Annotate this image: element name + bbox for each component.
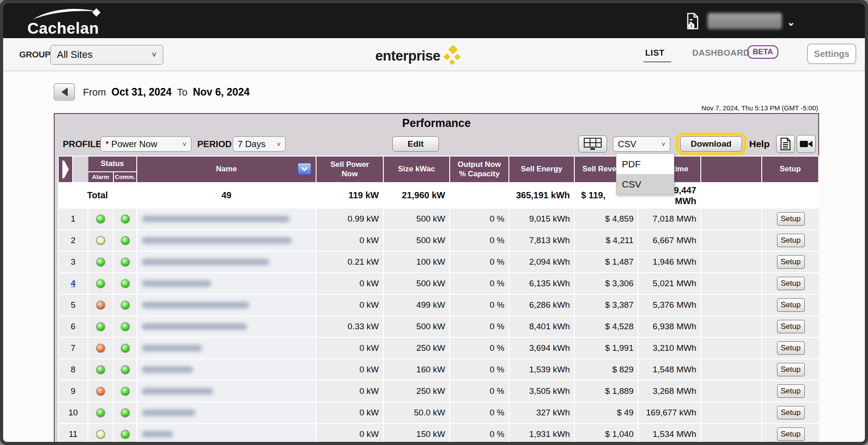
site-name-cell[interactable] — [137, 209, 316, 229]
group-label: GROUP: — [19, 50, 53, 60]
row-number-cell[interactable]: 11 — [59, 424, 87, 442]
row-number[interactable]: 9 — [71, 386, 76, 396]
table-header-arrow-cell[interactable] — [59, 157, 72, 182]
row-number[interactable]: 6 — [71, 322, 76, 332]
output-cell: 0 % — [450, 295, 508, 315]
alarm-light — [96, 257, 105, 267]
sell-energy-cell: 8,401 kWh — [509, 316, 574, 337]
tab-dashboard[interactable]: DASHBOARD — [692, 48, 750, 58]
row-number[interactable]: 1 — [71, 214, 76, 224]
row-number[interactable]: 8 — [71, 365, 76, 375]
row-number-cell[interactable]: 2 — [59, 230, 87, 251]
report-info-icon[interactable]: i — [685, 12, 700, 30]
size-cell: 500 kW — [384, 316, 449, 337]
alarm-light — [96, 236, 105, 245]
date-range: From Oct 31, 2024 To Nov 6, 2024 — [83, 86, 250, 98]
menu-item-pdf[interactable]: PDF — [616, 154, 674, 174]
setup-cell: Setup — [762, 359, 819, 380]
comm-status-cell — [114, 209, 136, 229]
setup-button[interactable]: Setup — [777, 406, 805, 419]
setup-button[interactable]: Setup — [777, 255, 805, 269]
row-number[interactable]: 10 — [68, 408, 78, 418]
row-number-cell[interactable]: 10 — [59, 402, 87, 423]
empty-cell — [701, 402, 761, 423]
table-row: 9 0 kW 250 kW 0 % 3,505 kWh $ 1,889 3,26… — [59, 381, 819, 401]
help-video-button[interactable] — [797, 135, 816, 153]
site-name-cell[interactable] — [137, 359, 316, 380]
row-number-cell[interactable]: 8 — [59, 359, 87, 380]
setup-cell: Setup — [762, 230, 819, 251]
setup-cell: Setup — [762, 273, 819, 294]
alarm-light — [96, 214, 105, 224]
sell-power-cell: 0 kW — [317, 338, 383, 358]
site-name-cell[interactable] — [137, 381, 316, 401]
nav-bar: GROUP: All Sites ˅ enterprise LIST DASHB… — [3, 38, 865, 71]
setup-button[interactable]: Setup — [777, 298, 805, 312]
help-document-button[interactable] — [776, 135, 795, 153]
row-number-cell[interactable]: 4 — [59, 273, 87, 294]
edit-button[interactable]: Edit — [392, 136, 439, 152]
setup-button[interactable]: Setup — [777, 384, 805, 398]
alarm-light — [96, 301, 105, 310]
site-name-cell[interactable] — [137, 295, 316, 315]
profile-select[interactable]: * Power Now ˅ — [100, 136, 191, 152]
menu-item-csv[interactable]: CSV — [616, 174, 674, 194]
settings-button[interactable]: Settings — [807, 44, 856, 64]
setup-button[interactable]: Setup — [777, 428, 805, 441]
row-number[interactable]: 3 — [71, 257, 76, 267]
site-name-cell[interactable] — [137, 424, 316, 442]
grid-view-button[interactable] — [578, 135, 607, 153]
row-number[interactable]: 4 — [71, 279, 76, 288]
setup-button[interactable]: Setup — [777, 234, 805, 247]
site-name-cell[interactable] — [137, 273, 316, 294]
site-name-cell[interactable] — [137, 402, 316, 423]
empty-cell — [701, 316, 761, 337]
row-number[interactable]: 5 — [71, 300, 76, 310]
alarm-status-cell — [88, 424, 113, 442]
sell-energy-cell: 6,135 kWh — [509, 273, 574, 294]
site-name-redacted — [142, 237, 292, 244]
row-number-cell[interactable]: 9 — [59, 381, 87, 401]
tab-list[interactable]: LIST — [645, 48, 664, 58]
group-select[interactable]: All Sites ˅ — [50, 45, 163, 65]
comm-light — [121, 344, 130, 353]
row-number[interactable]: 7 — [71, 343, 76, 353]
row-number-cell[interactable]: 1 — [59, 209, 87, 229]
setup-button[interactable]: Setup — [777, 363, 805, 376]
previous-period-button[interactable] — [54, 83, 75, 100]
site-name-cell[interactable] — [137, 338, 316, 358]
comm-status-cell — [114, 230, 136, 251]
site-name-cell[interactable] — [137, 316, 316, 337]
table-row: 1 0.99 kW 500 kW 0 % 9,015 kWh $ 4,859 7… — [59, 209, 819, 229]
format-select[interactable]: CSV ˅ — [613, 136, 670, 152]
cachelan-logo[interactable]: Cachelan — [25, 8, 123, 35]
alarm-status-cell — [88, 359, 113, 380]
site-name-redacted — [142, 259, 269, 265]
row-number-cell[interactable]: 7 — [59, 338, 87, 358]
sell-energy-cell: 2,094 kWh — [509, 252, 574, 272]
empty-cell — [701, 273, 761, 294]
setup-button[interactable]: Setup — [777, 212, 805, 226]
period-select[interactable]: 7 Days ˅ — [233, 136, 286, 152]
row-number-cell[interactable]: 3 — [59, 252, 87, 272]
account-name-redacted[interactable] — [707, 13, 782, 29]
output-cell: 0 % — [450, 273, 508, 294]
setup-button[interactable]: Setup — [777, 341, 805, 355]
row-number-cell[interactable]: 5 — [59, 295, 87, 315]
setup-button[interactable]: Setup — [777, 320, 805, 333]
account-chevron-down-icon[interactable]: ⌄ — [787, 17, 795, 28]
row-number[interactable]: 11 — [69, 429, 78, 439]
name-sort-button[interactable] — [298, 163, 311, 175]
site-name-cell[interactable] — [137, 252, 316, 272]
comm-light — [121, 257, 130, 267]
download-button[interactable]: Download — [680, 136, 742, 152]
row-number-cell[interactable]: 6 — [59, 316, 87, 337]
sell-revenue-cell: $ 4,859 — [575, 209, 638, 229]
empty-cell — [701, 252, 761, 272]
header-size-kwac: Size kWac — [384, 157, 449, 182]
row-number[interactable]: 2 — [71, 236, 76, 245]
video-camera-icon — [799, 140, 813, 148]
site-name-cell[interactable] — [137, 230, 316, 251]
setup-button[interactable]: Setup — [777, 277, 805, 290]
lifetime-cell: 5,021 MWh — [638, 273, 700, 294]
